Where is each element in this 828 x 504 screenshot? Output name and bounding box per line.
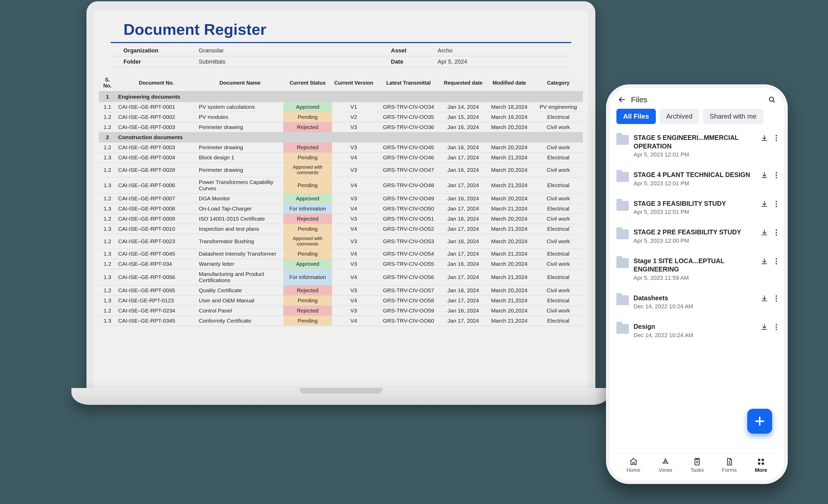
svg-point-16 bbox=[776, 229, 777, 231]
cell-modified: March 20,2024 bbox=[485, 234, 534, 249]
cell-category: Civil work bbox=[534, 194, 583, 204]
table-row: 1.2CAI-ISE–GE-RPT-0002PV modulesPendingV… bbox=[99, 112, 583, 122]
download-icon bbox=[761, 258, 768, 265]
cell-transmittal: GRS-TRV-CIV-OO45 bbox=[375, 142, 442, 153]
cell-transmittal: GRS-TRV-CIV-OO53 bbox=[375, 234, 442, 249]
bottom-nav: Home Views Tasks Forms More bbox=[616, 453, 777, 480]
cell-sno: 1.3 bbox=[99, 153, 116, 163]
cell-category: Electrical bbox=[534, 316, 583, 326]
file-date: Apr 5, 2023 12:01 PM bbox=[633, 151, 756, 158]
cell-sno: 1.2 bbox=[99, 305, 116, 316]
nav-forms[interactable]: Forms bbox=[722, 457, 737, 473]
list-item[interactable]: STAGE 4 PLANT TECHNICAL DESIGNApr 5, 202… bbox=[616, 165, 777, 194]
cell-docno: CAI-ISE–GE-RPT-0023 bbox=[116, 234, 197, 249]
page-title: Document Register bbox=[111, 13, 571, 43]
cell-requested: Jan 17, 2024 bbox=[442, 295, 485, 305]
list-item[interactable]: STAGE 5 ENGINEERI...MMERCIAL OPERATIONAp… bbox=[616, 128, 777, 165]
list-item[interactable]: STAGE 2 PRE FEASIBILITY STUDYApr 5, 2023… bbox=[616, 223, 777, 251]
meta-date-label: Date bbox=[391, 58, 438, 65]
item-more-button[interactable] bbox=[775, 258, 777, 265]
download-icon bbox=[761, 229, 768, 236]
cell-docno: CAI-ISE–GE-RPT-0004 bbox=[116, 153, 197, 163]
cell-sno: 1.2 bbox=[99, 142, 116, 153]
cell-requested: Jan 16, 2024 bbox=[442, 259, 485, 269]
download-button[interactable] bbox=[761, 323, 768, 331]
nav-home[interactable]: Home bbox=[626, 457, 640, 473]
file-date: Dec 14, 2022 10:24 AM bbox=[633, 332, 756, 339]
table-row: 1.2CAI-ISE–GE-RPT-0009ISO 14001-2015 Cer… bbox=[99, 214, 583, 224]
cell-status: Approved with comments bbox=[283, 234, 332, 249]
cell-modified: March 20,2024 bbox=[485, 122, 534, 132]
cell-version: V4 bbox=[332, 316, 375, 326]
folder-icon bbox=[616, 295, 629, 305]
item-more-button[interactable] bbox=[775, 229, 777, 236]
list-item[interactable]: STAGE 3 FEASIBILITY STUDYApr 5, 2023 12:… bbox=[616, 194, 777, 223]
cell-sno: 1.3 bbox=[99, 295, 116, 305]
kebab-icon bbox=[775, 229, 777, 236]
download-button[interactable] bbox=[761, 295, 768, 302]
list-item[interactable]: DatasheetsDec 14, 2022 10:24 AM bbox=[616, 289, 777, 318]
item-more-button[interactable] bbox=[775, 172, 777, 179]
phone-tabs: All FilesArchivedShared with me bbox=[616, 109, 777, 124]
cell-name: On-Load Tap-Charger bbox=[197, 204, 283, 214]
meta-asset-value: Archo bbox=[438, 47, 515, 54]
cell-category: Electrical bbox=[534, 224, 583, 234]
nav-more[interactable]: More bbox=[755, 457, 767, 473]
item-more-button[interactable] bbox=[775, 295, 777, 302]
file-actions bbox=[761, 200, 777, 208]
file-list[interactable]: STAGE 5 ENGINEERI...MMERCIAL OPERATIONAp… bbox=[616, 128, 777, 453]
cell-version: V3 bbox=[332, 285, 375, 295]
nav-tasks[interactable]: Tasks bbox=[690, 457, 704, 473]
download-button[interactable] bbox=[761, 229, 768, 236]
svg-point-37 bbox=[758, 459, 760, 461]
cell-requested: Jan 17, 2024 bbox=[442, 153, 485, 163]
fab-add-button[interactable] bbox=[747, 409, 772, 434]
table-row: 1.3CAI-ISE–GE-RPT-0008On-Load Tap-Charge… bbox=[99, 204, 583, 214]
download-button[interactable] bbox=[761, 200, 768, 208]
list-item[interactable]: DesignDec 14, 2022 10:24 AM bbox=[616, 317, 777, 346]
table-row: 1.2CAI-ISE–GE-RPT-0028Perimeter drawingA… bbox=[99, 163, 583, 177]
nav-forms-label: Forms bbox=[722, 467, 737, 473]
col-category: Category bbox=[534, 74, 583, 92]
cell-transmittal: GRS-TRV-CIV-OO51 bbox=[375, 214, 442, 224]
cell-sno: 1.2 bbox=[99, 194, 116, 204]
table-section-row: 2Construction documents bbox=[99, 132, 583, 142]
item-more-button[interactable] bbox=[775, 323, 777, 331]
item-more-button[interactable] bbox=[775, 200, 777, 208]
search-button[interactable] bbox=[768, 96, 776, 103]
back-button[interactable] bbox=[618, 96, 626, 103]
tab-all-files[interactable]: All Files bbox=[616, 109, 656, 124]
folder-icon bbox=[616, 201, 629, 211]
svg-point-18 bbox=[776, 234, 777, 236]
file-text: STAGE 2 PRE FEASIBILITY STUDYApr 5, 2023… bbox=[633, 228, 756, 244]
cell-docno: CAI-ISE-GE-RPT-0123 bbox=[116, 295, 197, 305]
download-button[interactable] bbox=[761, 258, 768, 265]
list-item[interactable]: Stage 1 SITE LOCA...EPTUAL ENGINEERINGAp… bbox=[616, 251, 777, 289]
cell-category: Civil work bbox=[534, 285, 583, 295]
cell-requested: Jan 17, 2024 bbox=[442, 177, 485, 194]
cell-version: V2 bbox=[332, 112, 375, 122]
cell-transmittal: GRS-TRV-CIV-OO35 bbox=[375, 112, 442, 122]
cell-name: Quality Certificate bbox=[197, 285, 283, 295]
cell-transmittal: GRS-TRV-CIV-OO46 bbox=[375, 153, 442, 163]
item-more-button[interactable] bbox=[775, 134, 777, 142]
cell-transmittal: GRS-TRV-CIV-OO56 bbox=[375, 269, 442, 285]
file-text: DatasheetsDec 14, 2022 10:24 AM bbox=[633, 294, 756, 310]
home-icon bbox=[629, 457, 638, 466]
nav-views[interactable]: Views bbox=[658, 457, 672, 473]
meta-org-value: Gransolar bbox=[199, 47, 391, 54]
nav-tasks-label: Tasks bbox=[690, 467, 704, 473]
file-text: DesignDec 14, 2022 10:24 AM bbox=[633, 322, 756, 339]
cell-category: Electrical bbox=[534, 112, 583, 122]
svg-point-39 bbox=[758, 463, 760, 464]
tab-shared-with-me[interactable]: Shared with me bbox=[703, 109, 763, 124]
cell-status: Pending bbox=[283, 295, 332, 305]
download-button[interactable] bbox=[761, 134, 768, 142]
svg-point-12 bbox=[776, 201, 777, 202]
cell-docno: CAI-ISE–GE-RPT-0095 bbox=[116, 285, 197, 295]
tab-archived[interactable]: Archived bbox=[660, 109, 699, 124]
download-button[interactable] bbox=[761, 172, 768, 179]
svg-point-30 bbox=[776, 329, 777, 330]
file-date: Apr 5, 2023 12:01 PM bbox=[633, 209, 756, 215]
cell-category: Civil work bbox=[534, 163, 583, 177]
